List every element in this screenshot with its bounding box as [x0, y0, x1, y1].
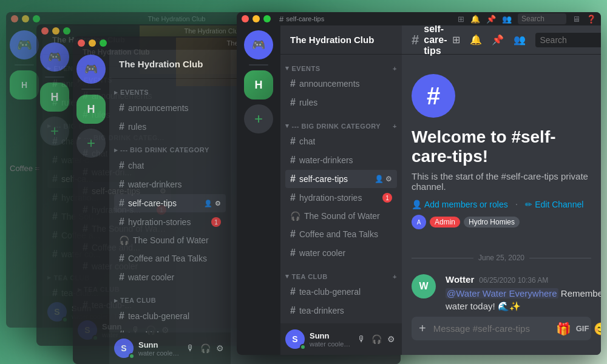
ch-announcements-3[interactable]: # announcements [114, 99, 226, 117]
message-author: Wotter [446, 274, 474, 285]
minimize-dot[interactable] [52, 27, 59, 35]
srv-icon-discord-3[interactable]: 🎮 [76, 55, 106, 84]
ch-main-self-care[interactable]: # self-care-tips 👤 ⚙ [285, 170, 397, 188]
add-big-icon[interactable]: + [393, 123, 397, 130]
gear-icon[interactable]: ⚙ [385, 175, 392, 183]
ch-self-care-3[interactable]: # self-care-tips 👤 ⚙ [114, 194, 226, 212]
emoji-icon[interactable]: 😊 [594, 322, 601, 336]
channel-header-main: # self-care-tips ⊞ 🔔 📌 👥 📥 ❓ [402, 25, 601, 55]
members-tb-icon[interactable]: 👥 [502, 15, 512, 24]
minimize-btn[interactable] [253, 15, 260, 22]
pin-icon-main[interactable]: 📌 [492, 34, 504, 46]
monitor-tb-icon[interactable]: 🖥 [572, 15, 580, 24]
sep [45, 76, 64, 78]
server-icon-discord[interactable]: 🎮 [40, 42, 69, 72]
threads-tb-icon[interactable]: ⊞ [458, 15, 464, 24]
minimize-dot[interactable] [22, 15, 29, 22]
user-add-icon[interactable]: 👤 [375, 175, 384, 183]
mute-btn-3[interactable]: 🎙 [185, 342, 197, 354]
bell-icon-main[interactable]: 🔔 [470, 34, 482, 46]
user-plus-icon[interactable]: 👤 [204, 200, 212, 207]
server-header-3[interactable]: The Hydration Club [109, 50, 231, 79]
server-icon-h[interactable]: H [40, 83, 69, 112]
search-tb-input[interactable] [518, 13, 566, 24]
pin-tb-icon[interactable]: 📌 [486, 15, 496, 24]
mute-tb-icon[interactable]: 🔔 [470, 15, 480, 24]
deafen-btn-main[interactable]: 🎧 [370, 333, 382, 345]
ch-main-announcements[interactable]: # announcements [285, 75, 397, 93]
add-server-main[interactable]: + [244, 104, 273, 133]
ch-main-water-cooler[interactable]: # water cooler [285, 244, 397, 262]
edit-channel-btn[interactable]: ✏ Edit Channel [525, 200, 583, 209]
headphone-icon: 🎧 [119, 235, 129, 245]
date-divider: June 25, 2020 [412, 254, 591, 262]
close-dot[interactable] [11, 15, 18, 22]
hash-icon-m: # [290, 174, 296, 184]
ch-main-tea-gen[interactable]: # tea-club-general [285, 283, 397, 301]
add-server[interactable]: + [40, 116, 69, 146]
help-tb-icon[interactable]: ❓ [586, 15, 596, 24]
threads-icon-main[interactable]: ⊞ [452, 34, 460, 46]
add-cat-icon[interactable]: + [393, 65, 397, 72]
ch-main-chat[interactable]: # chat [285, 132, 397, 150]
ch-label-3: water-drinkers [128, 180, 182, 189]
hash-icon-m: # [290, 136, 296, 147]
user-info-main: Sunn water cooler / The Hydra... [310, 331, 351, 348]
ch-water-cooler-3[interactable]: # water cooler [114, 268, 226, 286]
ch-main-label: rules [299, 98, 317, 107]
welcome-title-main: Welcome to #self-care-tips! [412, 127, 591, 166]
server-icon-discord[interactable]: 🎮 [10, 30, 39, 59]
maximize-btn[interactable] [263, 15, 271, 22]
ch-main-rules[interactable]: # rules [285, 93, 397, 112]
ch-main-hydration[interactable]: # hydration-stories 1 [285, 189, 397, 207]
settings-btn-main[interactable]: ⚙ [385, 333, 397, 345]
settings-btn-3[interactable]: ⚙ [214, 342, 226, 354]
server-icon-hydration[interactable]: H [10, 70, 39, 99]
title-channel: # self-care-tips [279, 15, 324, 24]
search-input-main[interactable] [535, 33, 602, 47]
message-avatar: W [412, 274, 436, 298]
srv-icon-h-3[interactable]: H [76, 95, 106, 124]
hash-icon-m: # [290, 305, 296, 316]
server-icon-hydration-main[interactable]: H [244, 70, 273, 99]
settings-icon[interactable]: ⚙ [215, 200, 221, 207]
ch-coffee-3[interactable]: # Coffee and Tea Talks [114, 249, 226, 268]
ch-chat-3[interactable]: # chat [114, 157, 226, 175]
close-btn[interactable] [242, 15, 249, 22]
mute-btn-main[interactable]: 🎙 [356, 333, 368, 345]
username-3: Sunn [138, 340, 180, 349]
ch-rules-3[interactable]: # rules [114, 118, 226, 136]
ch-controls: 👤 ⚙ [204, 200, 221, 207]
message-input-field[interactable] [433, 317, 549, 340]
maximize-dot[interactable] [63, 27, 70, 35]
ch-tea-gen-3[interactable]: # tea-club-general [114, 307, 226, 325]
gif-icon[interactable]: GIF [576, 324, 589, 333]
deafen-btn-3[interactable]: 🎧 [199, 342, 211, 354]
ch-sound-3[interactable]: 🎧 The Sound of Water [114, 232, 226, 249]
ch-main-coffee[interactable]: # Coffee and Tea Talks [285, 225, 397, 243]
add-tea-icon[interactable]: + [393, 273, 397, 280]
close-dot-3[interactable] [78, 39, 85, 47]
hash-icon-3: # [119, 217, 124, 228]
gift-icon[interactable]: 🎁 [556, 322, 571, 336]
close-dot[interactable] [41, 27, 49, 35]
ch-main-water-d[interactable]: # water-drinkers [285, 151, 397, 169]
server-name-main[interactable]: The Hydration Club [280, 25, 402, 55]
members-icon-main[interactable]: 👥 [514, 34, 526, 46]
ch-hydration-3[interactable]: # hydration-stories 1 [114, 213, 226, 231]
ch-tea-d-3[interactable]: # tea-drinkers [114, 326, 226, 332]
add-srv-3[interactable]: + [76, 129, 106, 158]
user-area-3: S Sunn water cooler / The Hydra... 🎙 🎧 ⚙ [109, 332, 231, 364]
add-members-btn[interactable]: 👤 Add members or roles [412, 200, 508, 209]
ch-label-3: The Sound of Water [133, 235, 209, 245]
unread-main: 1 [382, 193, 392, 203]
min-dot-3[interactable] [89, 39, 96, 47]
ch-main-sound[interactable]: 🎧 The Sound of Water [285, 207, 397, 224]
ch-water-d-3[interactable]: # water-drinkers [114, 175, 226, 194]
maximize-dot[interactable] [33, 15, 40, 22]
server-icon-discord-main[interactable]: 🎮 [244, 30, 273, 59]
mention-link[interactable]: @Water Water Everywhere [446, 288, 558, 298]
max-dot-3[interactable] [100, 39, 107, 47]
attach-icon[interactable]: + [419, 322, 426, 335]
ch-main-tea-d[interactable]: # tea-drinkers [285, 302, 397, 320]
